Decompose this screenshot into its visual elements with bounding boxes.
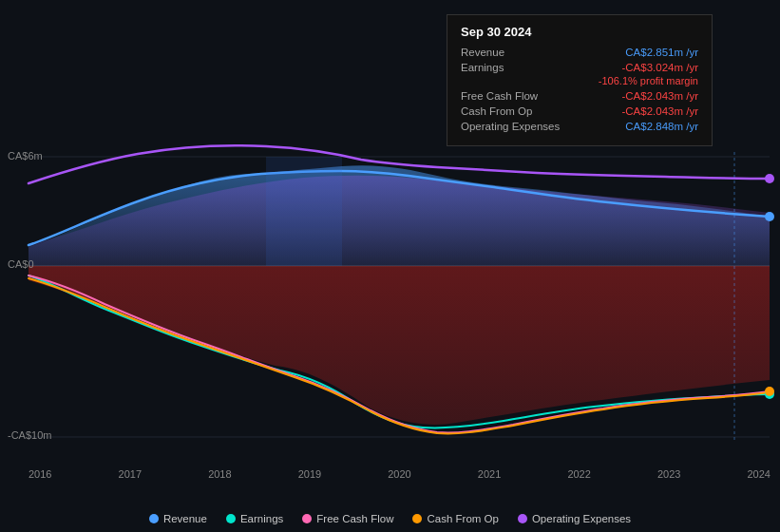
x-label-2023: 2023 [657,468,680,480]
chart-container: CA$6m CA$0 -CA$10m 2016 2017 2018 2019 2… [0,0,780,532]
tooltip-value-cashfromop: -CA$2.043m /yr [621,105,698,117]
tooltip-row-fcf: Free Cash Flow -CA$2.043m /yr [461,90,698,102]
legend: Revenue Earnings Free Cash Flow Cash Fro… [0,513,780,524]
x-label-2022: 2022 [567,468,590,480]
tooltip-label-earnings: Earnings [461,62,504,73]
legend-label-earnings: Earnings [240,513,283,524]
legend-item-cashfromop[interactable]: Cash From Op [412,513,498,524]
x-label-2017: 2017 [119,468,142,480]
legend-item-earnings[interactable]: Earnings [226,513,283,524]
legend-dot-fcf [302,514,312,523]
tooltip-label-revenue: Revenue [461,47,504,58]
legend-item-opex[interactable]: Operating Expenses [518,513,631,524]
svg-point-6 [765,212,774,221]
tooltip-label-cashfromop: Cash From Op [461,105,532,117]
tooltip-value-fcf: -CA$2.043m /yr [621,90,698,102]
legend-label-fcf: Free Cash Flow [316,513,393,524]
y-label-mid: CA$0 [8,258,34,270]
tooltip-row-cashfromop: Cash From Op -CA$2.043m /yr [461,105,698,117]
y-label-bottom: -CA$10m [8,429,51,441]
svg-rect-5 [266,157,342,266]
y-label-top: CA$6m [8,150,43,162]
legend-dot-opex [518,514,527,523]
tooltip-value-earnings: -CA$3.024m /yr [621,62,698,73]
legend-dot-cashfromop [412,514,422,523]
legend-item-fcf[interactable]: Free Cash Flow [302,513,393,524]
legend-label-cashfromop: Cash From Op [427,513,498,524]
tooltip-value-revenue: CA$2.851m /yr [625,47,698,58]
tooltip-row-opex: Operating Expenses CA$2.848m /yr [461,121,698,132]
svg-point-7 [765,174,774,183]
tooltip-row-revenue: Revenue CA$2.851m /yr [461,47,698,58]
legend-dot-earnings [226,514,236,523]
x-label-2016: 2016 [29,468,51,480]
legend-dot-revenue [149,514,159,523]
x-label-2020: 2020 [388,468,410,480]
x-label-2024: 2024 [748,468,770,480]
x-label-2021: 2021 [478,468,501,480]
tooltip: Sep 30 2024 Revenue CA$2.851m /yr Earnin… [447,14,713,146]
tooltip-row-earnings: Earnings -CA$3.024m /yr [461,62,698,73]
x-label-2018: 2018 [208,468,231,480]
legend-label-opex: Operating Expenses [532,513,631,524]
x-axis-labels: 2016 2017 2018 2019 2020 2021 2022 2023 … [29,468,770,480]
tooltip-value-opex: CA$2.848m /yr [625,121,698,132]
tooltip-label-opex: Operating Expenses [461,121,560,132]
x-label-2019: 2019 [298,468,321,480]
tooltip-title: Sep 30 2024 [461,25,698,39]
tooltip-label-fcf: Free Cash Flow [461,90,538,102]
tooltip-profit-margin: -106.1% profit margin [461,75,698,86]
svg-point-9 [765,387,774,396]
legend-item-revenue[interactable]: Revenue [149,513,207,524]
legend-label-revenue: Revenue [163,513,207,524]
